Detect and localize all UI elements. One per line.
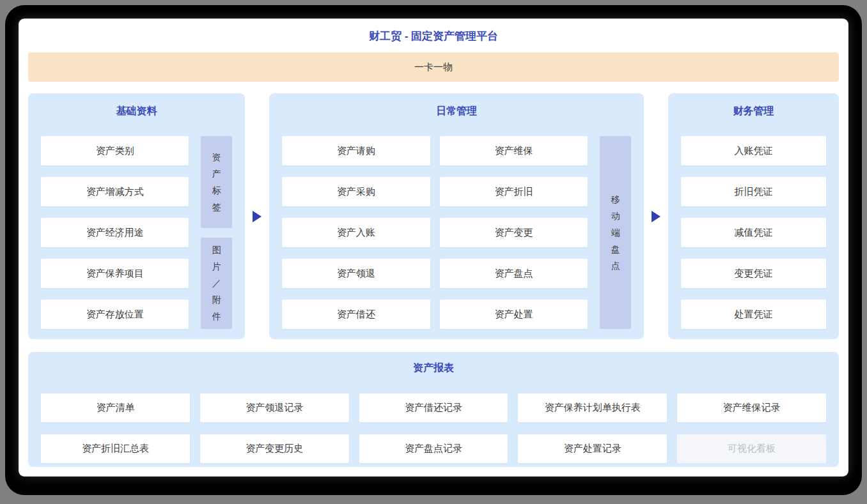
- module-asset-maintenance-item[interactable]: 资产保养项目: [41, 259, 189, 288]
- panel-basic-title: 基础资料: [41, 104, 232, 118]
- main-sections-row: 基础资料 资产类别 资产增减方式 资产经济用途 资产保养项目 资产存放位置 资产…: [28, 93, 839, 339]
- module-asset-disposal[interactable]: 资产处置: [440, 300, 588, 329]
- arrow-gap-right: [644, 93, 668, 339]
- panel-basic-body: 资产类别 资产增减方式 资产经济用途 资产保养项目 资产存放位置 资产标签 图片…: [41, 136, 232, 329]
- mobile-inventory-strip: 移动端盘点: [600, 136, 631, 329]
- banner-label: 一卡一物: [414, 61, 453, 73]
- report-borrow-return-record[interactable]: 资产借还记录: [359, 393, 508, 422]
- platform-diagram-card: 财工贸 - 固定资产管理平台 一卡一物 基础资料 资产类别 资产增减方式 资产经…: [19, 19, 848, 476]
- right-arrow-icon: [652, 211, 660, 222]
- module-asset-economic-use[interactable]: 资产经济用途: [41, 218, 189, 247]
- basic-items-column: 资产类别 资产增减方式 资产经济用途 资产保养项目 资产存放位置: [41, 136, 189, 329]
- panel-finance-management: 财务管理 入账凭证 折旧凭证 减值凭证 变更凭证 处置凭证: [668, 93, 839, 339]
- module-impairment-voucher[interactable]: 减值凭证: [681, 218, 826, 247]
- panel-asset-reports: 资产报表 资产清单 资产领退记录 资产借还记录 资产保养计划单执行表 资产维保记…: [28, 352, 839, 467]
- report-depreciation-summary[interactable]: 资产折旧汇总表: [41, 434, 190, 463]
- module-depreciation-voucher[interactable]: 折旧凭证: [681, 177, 826, 206]
- module-asset-borrow-return[interactable]: 资产借还: [282, 300, 430, 329]
- module-asset-category[interactable]: 资产类别: [41, 136, 189, 165]
- one-card-one-item-banner: 一卡一物: [28, 52, 839, 82]
- panel-finance-body: 入账凭证 折旧凭证 减值凭证 变更凭证 处置凭证: [681, 136, 826, 329]
- panel-finance-title: 财务管理: [681, 104, 826, 118]
- module-asset-accounting-entry[interactable]: 资产入账: [282, 218, 430, 247]
- finance-items-column: 入账凭证 折旧凭证 减值凭证 变更凭证 处置凭证: [681, 136, 826, 329]
- report-disposal-record[interactable]: 资产处置记录: [518, 434, 667, 463]
- arrow-gap-left: [245, 93, 269, 339]
- daily-strip-column: 移动端盘点: [600, 136, 631, 329]
- module-asset-maintenance[interactable]: 资产维保: [440, 136, 588, 165]
- panel-daily-body: 资产请购 资产采购 资产入账 资产领退 资产借还 资产维保 资产折旧 资产变更 …: [282, 136, 631, 329]
- module-entry-voucher[interactable]: 入账凭证: [681, 136, 826, 165]
- image-attachment-strip: 图片／附件: [201, 238, 232, 330]
- asset-tag-strip-label: 资产标签: [212, 149, 222, 215]
- mobile-inventory-strip-label: 移动端盘点: [611, 191, 621, 274]
- image-attachment-strip-label: 图片／附件: [212, 241, 222, 325]
- module-asset-issue-return[interactable]: 资产领退: [282, 259, 430, 288]
- module-asset-storage-location[interactable]: 资产存放位置: [41, 300, 189, 329]
- report-visual-dashboard-disabled: 可视化看板: [677, 434, 826, 463]
- module-disposal-voucher[interactable]: 处置凭证: [681, 300, 826, 329]
- right-arrow-icon: [253, 211, 262, 222]
- panel-daily-management: 日常管理 资产请购 资产采购 资产入账 资产领退 资产借还 资产维保 资产折旧 …: [269, 93, 644, 339]
- panel-basic-data: 基础资料 资产类别 资产增减方式 资产经济用途 资产保养项目 资产存放位置 资产…: [28, 93, 245, 339]
- report-maintenance-plan-execution[interactable]: 资产保养计划单执行表: [518, 393, 667, 422]
- asset-tag-strip: 资产标签: [201, 136, 232, 228]
- daily-items-column-2: 资产维保 资产折旧 资产变更 资产盘点 资产处置: [440, 136, 588, 329]
- page-title: 财工贸 - 固定资产管理平台: [28, 19, 839, 52]
- report-change-history[interactable]: 资产变更历史: [200, 434, 349, 463]
- panel-daily-title: 日常管理: [282, 104, 631, 118]
- basic-strips-column: 资产标签 图片／附件: [201, 136, 232, 329]
- report-asset-list[interactable]: 资产清单: [41, 393, 190, 422]
- module-change-voucher[interactable]: 变更凭证: [681, 259, 826, 288]
- module-asset-requisition[interactable]: 资产请购: [282, 136, 430, 165]
- reports-grid: 资产清单 资产领退记录 资产借还记录 资产保养计划单执行表 资产维保记录 资产折…: [41, 393, 826, 463]
- daily-items-column-1: 资产请购 资产采购 资产入账 资产领退 资产借还: [282, 136, 430, 329]
- report-inventory-record[interactable]: 资产盘点记录: [359, 434, 508, 463]
- column-gap: [430, 136, 440, 329]
- module-asset-change-mode[interactable]: 资产增减方式: [41, 177, 189, 206]
- panel-reports-title: 资产报表: [41, 361, 826, 375]
- report-issue-return-record[interactable]: 资产领退记录: [200, 393, 349, 422]
- module-asset-depreciation[interactable]: 资产折旧: [440, 177, 588, 206]
- report-maintenance-record[interactable]: 资产维保记录: [677, 393, 826, 422]
- module-asset-change[interactable]: 资产变更: [440, 218, 588, 247]
- module-asset-purchase[interactable]: 资产采购: [282, 177, 430, 206]
- module-asset-inventory[interactable]: 资产盘点: [440, 259, 588, 288]
